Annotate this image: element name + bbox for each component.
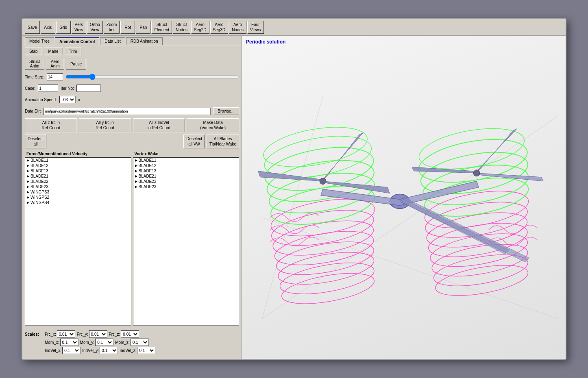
tab-data-list[interactable]: Data List [100,37,125,45]
list-item[interactable]: ▶ BLADE11 [25,158,131,163]
mom-x-item: Mom_x: 0.10.011 [45,339,78,346]
anim-control-group: Struct Anim Aero Anim Pause [25,58,239,70]
left-panel: Model Tree Animation Control Data List R… [22,36,242,359]
struct-anim-button[interactable]: Struct Anim [25,58,44,70]
frc-y-item: Frc_y: 0.010.11 [77,330,107,338]
svg-point-5 [270,215,376,262]
arrow-icon: ▶ [27,174,29,178]
pause-button[interactable]: Pause [66,58,86,70]
toolbar: Save Axis Grid Pers View Ortho View Zoom… [22,19,566,36]
stab-button[interactable]: Stab [25,48,42,55]
aero-nodes-button[interactable]: Aero Nodes [229,21,246,34]
mom-y-label: Mom_y: [80,340,95,345]
arrow-icon: ▶ [135,169,137,173]
mom-x-select[interactable]: 0.10.011 [60,339,78,346]
force-moment-container: Force/Moment/Induced Velocity ▶ BLADE11 … [25,151,131,326]
mom-y-select[interactable]: 0.10.011 [95,339,113,346]
arrow-icon: ▶ [27,159,29,162]
case-label: Case: [25,86,35,91]
indvel-x-select[interactable]: 0.10.011 [62,347,81,354]
data-dir-input[interactable] [43,108,211,115]
data-dir-row: Data Dir: Browse... [25,107,239,115]
axis-button[interactable]: Axis [41,21,55,34]
case-input[interactable] [38,85,58,92]
svg-point-34 [320,178,326,185]
scales-label: Scales: [25,332,43,337]
ortho-view-button[interactable]: Ortho View [87,21,103,34]
viewport-canvas [242,36,566,359]
vortex-wake-container: Vortex Wake ▶ BLADE11 ▶ BLADE12 ▶ BLADE1… [133,151,240,326]
rot-button[interactable]: Rot [120,21,135,34]
trim-button[interactable]: Trim [65,48,82,55]
list-item[interactable]: ▶ BLADE23 [133,184,239,189]
indvel-z-select[interactable]: 0.10.011 [137,347,155,354]
list-item[interactable]: ▶ BLADE23 [25,184,131,189]
list-item[interactable]: ▶ BLADE22 [133,179,239,184]
frc-y-select[interactable]: 0.010.11 [89,330,107,338]
arrow-icon: ▶ [135,164,137,167]
force-moment-list[interactable]: ▶ BLADE11 ▶ BLADE12 ▶ BLADE13 ▶ BLADE21 … [25,157,131,326]
time-step-slider[interactable] [65,74,239,80]
time-step-input[interactable] [47,73,63,80]
iter-no-input[interactable] [76,85,101,92]
svg-line-1 [262,96,323,319]
all-z-indvel-button[interactable]: All z IndVel in Ref Coord [133,118,185,132]
vortex-wake-header: Vortex Wake [133,151,240,157]
anim-speed-select[interactable]: .03 .05 .1 .5 1 [59,96,76,103]
list-item[interactable]: ▶ BLADE12 [133,163,239,168]
tab-animation-control[interactable]: Animation Control [55,37,99,45]
grid-button[interactable]: Grid [56,21,71,34]
list-item[interactable]: ▶ BLADE13 [25,168,131,174]
pers-view-button[interactable]: Pers View [72,21,86,34]
frc-z-select[interactable]: 0.010.11 [121,330,139,338]
deselect-all-button[interactable]: Deselect all [25,135,46,148]
svg-marker-37 [477,173,543,181]
aero-seg3d-button[interactable]: Aero Seg3D [210,21,229,34]
pan-button[interactable]: Pan [136,21,150,34]
frc-y-label: Frc_y: [77,332,88,337]
save-button[interactable]: Save [25,21,40,34]
make-data-button[interactable]: Make Data (Vortex Wake) [187,118,239,132]
four-views-button[interactable]: Four Views [247,21,264,34]
all-y-frc-button[interactable]: All y frc in Ref Coord [79,118,131,132]
arrow-icon: ▶ [135,174,137,178]
struct-nodes-button[interactable]: Struct Nodes [173,21,190,34]
arrow-icon: ▶ [135,185,137,189]
aero-anim-button[interactable]: Aero Anim [46,58,64,70]
frc-scales-row: Scales: Frc_x: 0.010.11 Frc_y: 0.010.11 [25,330,239,338]
all-blades-button[interactable]: All Blades Tip/Near Wake [207,135,239,148]
aero-seg2d-button[interactable]: Aero Seg2D [191,21,209,34]
deselect-all-vw-button[interactable]: Deselect all VW [183,135,205,148]
list-item[interactable]: ▶ BLADE21 [25,174,131,179]
list-item[interactable]: ▶ BLADE22 [25,179,131,184]
tab-rdb-animation[interactable]: RDB Animation [126,37,163,45]
all-z-frc-button[interactable]: All z frc in Ref Coord [25,118,77,132]
tab-model-tree[interactable]: Model Tree [25,37,54,45]
zoom-in-button[interactable]: Zoom In+ [104,21,120,34]
frc-x-item: Frc_x: 0.010.11 [45,330,75,338]
list-item[interactable]: ▶ WINGPS2 [25,195,131,200]
list-item[interactable]: ▶ WINGPS4 [25,200,131,205]
list-item[interactable]: ▶ BLADE13 [133,168,239,174]
list-item[interactable]: ▶ BLADE11 [133,158,239,163]
list-item[interactable]: ▶ BLADE21 [133,174,239,179]
iter-no-label: Iter No: [61,86,74,91]
vortex-wake-list[interactable]: ▶ BLADE11 ▶ BLADE12 ▶ BLADE13 ▶ BLADE21 … [133,157,240,326]
browse-button[interactable]: Browse... [213,107,239,115]
mom-z-select[interactable]: 0.10.011 [131,339,149,346]
svg-point-9 [278,257,377,300]
time-step-slider-container [65,74,239,80]
indvel-y-select[interactable]: 0.10.011 [100,347,118,354]
anim-speed-label: Animation Speed: [25,98,57,102]
struct-element-button[interactable]: Struct Element [151,21,172,34]
right-viewport: Periodic solution [242,36,566,359]
list-item[interactable]: ▶ WINGPS3 [25,189,131,195]
viewport-label: Periodic solution [246,39,285,45]
mane-button[interactable]: Mane [44,48,63,55]
svg-marker-41 [400,198,529,262]
mom-y-item: Mom_y: 0.10.011 [80,339,114,346]
list-item[interactable]: ▶ BLADE12 [25,163,131,168]
frc-x-select[interactable]: 0.010.11 [57,330,75,338]
svg-point-6 [272,225,376,271]
mom-x-label: Mom_x: [45,340,59,345]
